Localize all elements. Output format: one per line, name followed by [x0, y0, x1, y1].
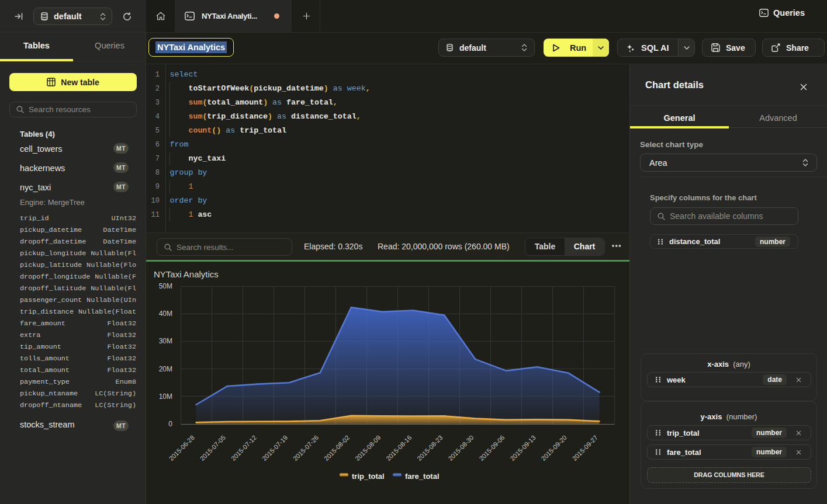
- svg-text:50M: 50M: [159, 282, 172, 290]
- svg-text:NYTaxi Analytics: NYTaxi Analytics: [154, 269, 219, 279]
- svg-text:2015-08-09: 2015-08-09: [354, 434, 382, 462]
- svg-text:2015-08-02: 2015-08-02: [323, 434, 351, 462]
- svg-text:2015-08-16: 2015-08-16: [385, 434, 413, 462]
- svg-text:2015-08-30: 2015-08-30: [447, 434, 475, 462]
- svg-text:30M: 30M: [159, 337, 172, 345]
- svg-text:2015-07-05: 2015-07-05: [199, 434, 227, 462]
- svg-text:0: 0: [168, 420, 172, 428]
- svg-text:10M: 10M: [159, 392, 172, 401]
- svg-text:fare_total: fare_total: [405, 472, 440, 481]
- svg-text:2015-07-26: 2015-07-26: [292, 434, 320, 462]
- svg-text:2015-06-28: 2015-06-28: [168, 434, 196, 462]
- svg-text:trip_total: trip_total: [352, 472, 385, 481]
- svg-text:40M: 40M: [159, 310, 172, 318]
- svg-text:2015-07-12: 2015-07-12: [230, 434, 258, 462]
- svg-text:2015-09-27: 2015-09-27: [571, 434, 599, 462]
- svg-text:20M: 20M: [159, 365, 172, 373]
- svg-text:2015-08-23: 2015-08-23: [416, 434, 444, 462]
- svg-text:2015-09-13: 2015-09-13: [508, 434, 537, 462]
- svg-text:2015-09-20: 2015-09-20: [540, 434, 568, 462]
- svg-text:2015-07-19: 2015-07-19: [261, 434, 289, 462]
- svg-text:2015-09-06: 2015-09-06: [477, 434, 506, 462]
